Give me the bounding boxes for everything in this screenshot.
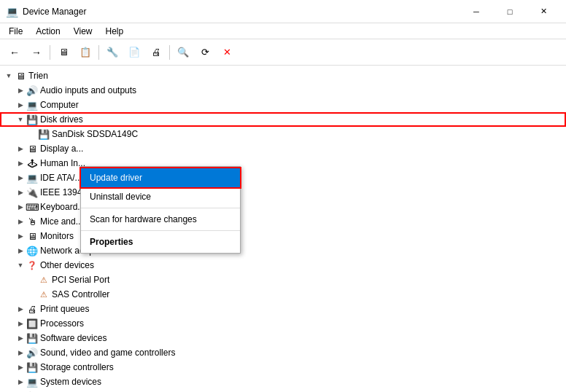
window-title: Device Manager <box>23 7 86 17</box>
title-bar: 💻 Device Manager ─ □ ✕ <box>0 0 566 23</box>
tree-item-processors[interactable]: ▶ 🔲 Processors <box>0 316 566 331</box>
tree-item-computer[interactable]: ▶ 💻 Computer <box>0 98 566 112</box>
icon-storage: 💾 <box>26 361 38 373</box>
tree-item-pci[interactable]: ▶ ⚠ PCI Serial Port <box>0 273 566 287</box>
toolbar-btn-7[interactable]: ⟳ <box>195 42 215 63</box>
ctx-update-driver[interactable]: Update driver <box>81 168 240 187</box>
label-human: Human In... <box>40 158 85 168</box>
menu-file[interactable]: File <box>3 25 28 38</box>
tree-item-sas[interactable]: ▶ ⚠ SAS Controller <box>0 287 566 302</box>
expand-processors[interactable]: ▶ <box>15 318 26 329</box>
toolbar-btn-2[interactable]: 📋 <box>75 42 96 63</box>
expand-computer[interactable]: ▶ <box>15 99 26 111</box>
tree-item-trien[interactable]: ▼ 🖥 Trien <box>0 68 566 83</box>
label-processors: Processors <box>40 318 84 329</box>
expand-sound[interactable]: ▶ <box>15 347 26 358</box>
expand-storage[interactable]: ▶ <box>15 361 26 373</box>
toolbar-btn-6[interactable]: 🔍 <box>173 42 193 63</box>
icon-sandisk: 💾 <box>38 128 50 140</box>
label-print: Print queues <box>40 304 89 314</box>
expand-network[interactable]: ▶ <box>15 245 26 256</box>
icon-disk-drives: 💾 <box>26 114 38 125</box>
label-pci: PCI Serial Port <box>52 275 109 285</box>
maximize-button[interactable]: □ <box>493 0 527 23</box>
expand-disk-drives[interactable]: ▼ <box>15 114 26 125</box>
tree-item-audio[interactable]: ▶ 🔊 Audio inputs and outputs <box>0 83 566 98</box>
toolbar: ← → 🖥 📋 🔧 📄 🖨 🔍 ⟳ ✕ <box>0 39 566 66</box>
minimize-button[interactable]: ─ <box>460 0 493 23</box>
ctx-separator-1 <box>81 208 240 208</box>
label-sound: Sound, video and game controllers <box>40 348 175 358</box>
toolbar-separator-3 <box>169 45 170 60</box>
menu-view[interactable]: View <box>68 25 98 38</box>
expand-monitors[interactable]: ▶ <box>15 230 26 242</box>
label-audio: Audio inputs and outputs <box>40 85 136 95</box>
label-monitors: Monitors <box>40 231 74 241</box>
expand-ieee[interactable]: ▶ <box>15 187 26 198</box>
ctx-update-driver-label: Update driver <box>90 173 142 183</box>
tree-item-other[interactable]: ▼ ❓ Other devices <box>0 258 566 273</box>
ctx-uninstall-device[interactable]: Uninstall device <box>81 187 240 206</box>
tree-item-display[interactable]: ▶ 🖥 Display a... <box>0 141 566 156</box>
icon-sas: ⚠ <box>38 289 50 300</box>
label-mice: Mice and... <box>40 216 83 227</box>
expand-software[interactable]: ▶ <box>15 332 26 344</box>
label-other: Other devices <box>40 260 94 270</box>
tree-item-software[interactable]: ▶ 💾 Software devices <box>0 331 566 345</box>
icon-processors: 🔲 <box>26 318 38 329</box>
ctx-scan-hardware[interactable]: Scan for hardware changes <box>81 210 240 229</box>
icon-sound: 🔊 <box>26 347 38 358</box>
expand-human[interactable]: ▶ <box>15 157 26 169</box>
expand-display[interactable]: ▶ <box>15 143 26 154</box>
icon-system: 💻 <box>26 376 38 388</box>
ctx-separator-2 <box>81 230 240 231</box>
tree-item-disk-drives[interactable]: ▼ 💾 Disk drives <box>0 112 566 127</box>
toolbar-btn-5[interactable]: 🖨 <box>146 42 166 63</box>
toolbar-btn-1[interactable]: 🖥 <box>53 42 74 63</box>
label-keyboard: Keyboard... <box>40 202 85 212</box>
icon-keyboard: ⌨ <box>26 201 38 213</box>
label-storage: Storage controllers <box>40 362 114 372</box>
menu-help[interactable]: Help <box>100 25 130 38</box>
close-button[interactable]: ✕ <box>527 0 560 23</box>
label-computer: Computer <box>40 100 79 110</box>
content-area: ▼ 🖥 Trien ▶ 🔊 Audio inputs and outputs ▶… <box>0 66 566 392</box>
expand-ide[interactable]: ▶ <box>15 172 26 184</box>
toolbar-btn-3[interactable]: 🔧 <box>102 42 123 63</box>
menu-action[interactable]: Action <box>30 25 66 38</box>
expand-trien[interactable]: ▼ <box>3 70 15 82</box>
tree-item-system[interactable]: ▶ 💻 System devices <box>0 375 566 389</box>
menu-bar: File Action View Help <box>0 23 566 39</box>
ctx-scan-label: Scan for hardware changes <box>90 214 197 224</box>
tree-item-sound[interactable]: ▶ 🔊 Sound, video and game controllers <box>0 345 566 360</box>
expand-audio[interactable]: ▶ <box>15 85 26 96</box>
expand-print[interactable]: ▶ <box>15 303 26 315</box>
expand-mice[interactable]: ▶ <box>15 216 26 227</box>
label-sandisk: SanDisk SDSDA149C <box>52 129 138 139</box>
tree-item-storage[interactable]: ▶ 💾 Storage controllers <box>0 360 566 375</box>
label-system: System devices <box>40 377 101 387</box>
context-menu: Update driver Uninstall device Scan for … <box>80 166 241 254</box>
icon-other: ❓ <box>26 259 38 271</box>
expand-other[interactable]: ▼ <box>15 259 26 271</box>
forward-button[interactable]: → <box>26 42 47 63</box>
icon-display: 🖥 <box>26 143 38 154</box>
toolbar-btn-4[interactable]: 📄 <box>124 42 144 63</box>
back-button[interactable]: ← <box>4 42 25 63</box>
label-sas: SAS Controller <box>52 289 109 299</box>
ctx-properties[interactable]: Properties <box>81 232 240 251</box>
tree-item-print[interactable]: ▶ 🖨 Print queues <box>0 302 566 316</box>
ctx-properties-label: Properties <box>90 237 133 247</box>
icon-print: 🖨 <box>26 303 38 315</box>
icon-ide: 💻 <box>26 172 38 184</box>
tree-item-usb[interactable]: ▶ 🔌 Universal Serial Bus controllers <box>0 389 566 392</box>
window-icon: 💻 <box>6 6 18 17</box>
remove-button[interactable]: ✕ <box>217 42 237 63</box>
label-trien: Trien <box>28 71 48 81</box>
label-software: Software devices <box>40 333 106 343</box>
tree-item-sandisk[interactable]: ▶ 💾 SanDisk SDSDA149C <box>0 127 566 141</box>
expand-system[interactable]: ▶ <box>15 376 26 388</box>
label-display: Display a... <box>40 144 83 154</box>
title-controls: ─ □ ✕ <box>460 0 560 23</box>
icon-computer: 💻 <box>26 99 38 111</box>
